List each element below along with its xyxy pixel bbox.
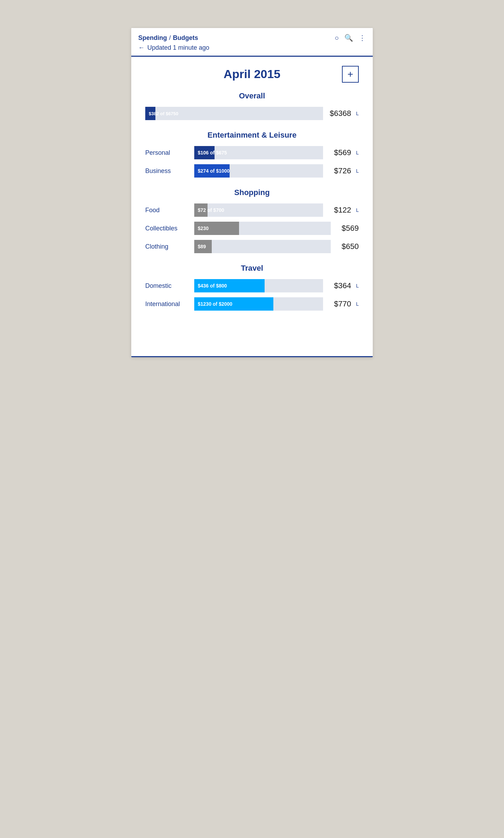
progress-container-business: $274 of $1000 [194,164,323,178]
link-icon-domestic[interactable]: L [356,283,359,289]
overall-progress-container: $382 of $6750 [145,107,323,120]
progress-container-domestic: $436 of $800 [194,279,323,292]
budget-row-clothing: Clothing $89 $650 [145,240,359,253]
bar-text-food: $72 of $700 [198,207,224,213]
breadcrumb-spending[interactable]: Spending [138,34,167,42]
section-title-travel: Travel [145,264,359,273]
month-title: April 2015 [224,67,281,81]
section-travel: Travel Domestic $436 of $800 $364 L Inte… [145,264,359,311]
breadcrumb-budgets[interactable]: Budgets [173,34,198,42]
bar-text-personal: $106 of $675 [198,150,227,155]
progress-container-clothing: $89 [194,240,331,253]
budget-row-international: International $1230 of $2000 $770 L [145,297,359,311]
section-shopping: Shopping Food $72 of $700 $122 L Collect… [145,188,359,253]
more-icon[interactable]: ⋮ [359,34,366,42]
budget-row-collectibles: Collectibles $230 $569 [145,222,359,235]
breadcrumb: Spending / Budgets [138,34,198,42]
label-personal: Personal [145,149,191,157]
budget-row-domestic: Domestic $436 of $800 $364 L [145,279,359,292]
progress-container-international: $1230 of $2000 [194,297,323,311]
remaining-collectibles: $569 [334,224,359,233]
section-title-shopping: Shopping [145,188,359,197]
link-icon-business[interactable]: L [356,168,359,174]
header: Spending / Budgets ○ 🔍 ⋮ ← Updated 1 min… [131,28,373,57]
overall-row: $382 of $6750 $6368 L [145,107,359,120]
budget-row-personal: Personal $106 of $675 $569 L [145,146,359,159]
back-button[interactable]: ← [138,44,145,51]
link-icon-personal[interactable]: L [356,150,359,155]
label-business: Business [145,167,191,175]
header-top: Spending / Budgets ○ 🔍 ⋮ [138,34,366,42]
budget-row-business: Business $274 of $1000 $726 L [145,164,359,178]
bar-text-collectibles: $230 [198,226,209,231]
progress-bar-food: $72 of $700 [194,203,208,217]
overall-remaining: $6368 [327,109,351,118]
refresh-icon[interactable]: ○ [335,34,339,42]
section-title-entertainment: Entertainment & Leisure [145,131,359,140]
section-title-overall: Overall [145,91,359,101]
progress-bar-personal: $106 of $675 [194,146,215,159]
label-international: International [145,300,191,308]
progress-bar-collectibles: $230 [194,222,239,235]
search-icon[interactable]: 🔍 [344,34,353,42]
progress-container-food: $72 of $700 [194,203,323,217]
remaining-food: $122 [327,206,351,215]
main-content: April 2015 + Overall $382 of $6750 $6368… [131,57,373,342]
progress-bar-domestic: $436 of $800 [194,279,265,292]
progress-bar-business: $274 of $1000 [194,164,230,178]
bar-text-clothing: $89 [198,244,206,249]
bar-text-domestic: $436 of $800 [198,283,227,289]
remaining-business: $726 [327,166,351,175]
header-icons: ○ 🔍 ⋮ [335,34,366,42]
link-icon-food[interactable]: L [356,207,359,213]
overall-link-icon[interactable]: L [356,111,359,116]
budget-row-food: Food $72 of $700 $122 L [145,203,359,217]
bar-text-international: $1230 of $2000 [198,301,232,307]
add-budget-button[interactable]: + [342,66,359,83]
bar-text-business: $274 of $1000 [198,168,230,174]
remaining-personal: $569 [327,148,351,157]
remaining-domestic: $364 [327,281,351,290]
updated-text: Updated 1 minute ago [147,44,209,51]
header-subtitle: ← Updated 1 minute ago [138,44,366,51]
breadcrumb-separator: / [169,34,171,42]
remaining-international: $770 [327,299,351,309]
progress-bar-clothing: $89 [194,240,212,253]
month-header: April 2015 + [145,67,359,81]
label-clothing: Clothing [145,243,191,250]
remaining-clothing: $650 [334,242,359,251]
label-collectibles: Collectibles [145,225,191,232]
label-domestic: Domestic [145,282,191,290]
progress-container-personal: $106 of $675 [194,146,323,159]
progress-bar-international: $1230 of $2000 [194,297,273,311]
section-entertainment: Entertainment & Leisure Personal $106 of… [145,131,359,178]
footer-line [131,356,373,357]
app-container: Spending / Budgets ○ 🔍 ⋮ ← Updated 1 min… [131,28,373,357]
link-icon-international[interactable]: L [356,301,359,307]
label-food: Food [145,207,191,214]
section-overall: Overall $382 of $6750 $6368 L [145,91,359,120]
overall-bar-text: $382 of $6750 [149,111,178,116]
overall-progress-bar: $382 of $6750 [145,107,155,120]
progress-container-collectibles: $230 [194,222,331,235]
